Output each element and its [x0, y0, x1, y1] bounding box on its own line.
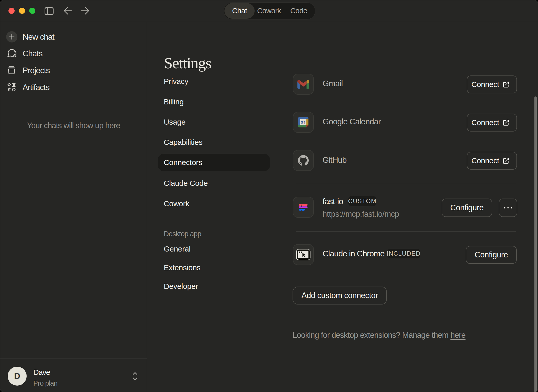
svg-text:31: 31	[301, 120, 306, 125]
